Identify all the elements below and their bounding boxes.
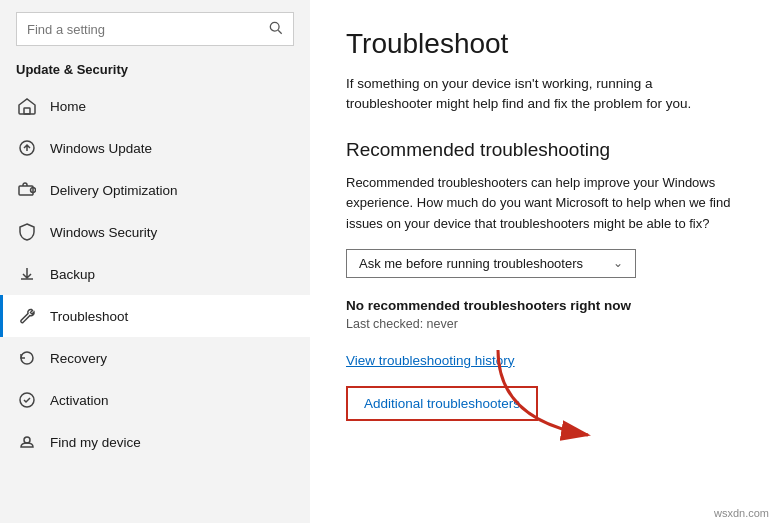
sidebar-item-backup[interactable]: Backup <box>0 253 310 295</box>
sidebar-item-label: Backup <box>50 267 95 282</box>
recommended-heading: Recommended troubleshooting <box>346 139 739 161</box>
additional-troubleshooters-button[interactable]: Additional troubleshooters <box>346 386 538 421</box>
main-content: Troubleshoot If something on your device… <box>310 0 775 441</box>
svg-point-0 <box>270 22 279 31</box>
sidebar-item-find-my-device[interactable]: Find my device <box>0 421 310 463</box>
recommended-desc: Recommended troubleshooters can help imp… <box>346 173 739 235</box>
settings-window: Update & Security Home <box>0 0 775 523</box>
delivery-icon <box>16 179 38 201</box>
search-icon <box>269 21 283 38</box>
find-icon <box>16 431 38 453</box>
section-title: Update & Security <box>0 56 310 85</box>
search-input[interactable] <box>27 22 269 37</box>
search-box[interactable] <box>16 12 294 46</box>
sidebar-item-label: Find my device <box>50 435 141 450</box>
shield-icon <box>16 221 38 243</box>
sidebar: Update & Security Home <box>0 0 310 523</box>
sidebar-item-windows-security[interactable]: Windows Security <box>0 211 310 253</box>
last-checked-text: Last checked: never <box>346 317 739 331</box>
watermark: wsxdn.com <box>714 507 769 519</box>
svg-point-7 <box>24 437 30 443</box>
sidebar-item-label: Recovery <box>50 351 107 366</box>
update-icon <box>16 137 38 159</box>
sidebar-item-troubleshoot[interactable]: Troubleshoot <box>0 295 310 337</box>
troubleshoot-dropdown[interactable]: Ask me before running troubleshooters ⌄ <box>346 249 636 278</box>
sidebar-item-label: Windows Security <box>50 225 157 240</box>
svg-rect-2 <box>24 108 30 114</box>
dropdown-value: Ask me before running troubleshooters <box>359 256 583 271</box>
sidebar-item-home[interactable]: Home <box>0 85 310 127</box>
sidebar-item-label: Delivery Optimization <box>50 183 178 198</box>
no-troubleshooters-text: No recommended troubleshooters right now <box>346 298 739 313</box>
main-content-wrapper: Troubleshoot If something on your device… <box>310 0 775 523</box>
chevron-down-icon: ⌄ <box>613 256 623 270</box>
sidebar-item-label: Troubleshoot <box>50 309 128 324</box>
home-icon <box>16 95 38 117</box>
activation-icon <box>16 389 38 411</box>
sidebar-item-label: Windows Update <box>50 141 152 156</box>
sidebar-item-delivery-optimization[interactable]: Delivery Optimization <box>0 169 310 211</box>
sidebar-item-windows-update[interactable]: Windows Update <box>0 127 310 169</box>
view-history-link[interactable]: View troubleshooting history <box>346 353 739 368</box>
recovery-icon <box>16 347 38 369</box>
page-description: If something on your device isn't workin… <box>346 74 739 115</box>
page-title: Troubleshoot <box>346 28 739 60</box>
svg-line-1 <box>278 30 282 34</box>
backup-icon <box>16 263 38 285</box>
wrench-icon <box>16 305 38 327</box>
sidebar-item-activation[interactable]: Activation <box>0 379 310 421</box>
sidebar-item-label: Home <box>50 99 86 114</box>
sidebar-item-label: Activation <box>50 393 109 408</box>
sidebar-item-recovery[interactable]: Recovery <box>0 337 310 379</box>
